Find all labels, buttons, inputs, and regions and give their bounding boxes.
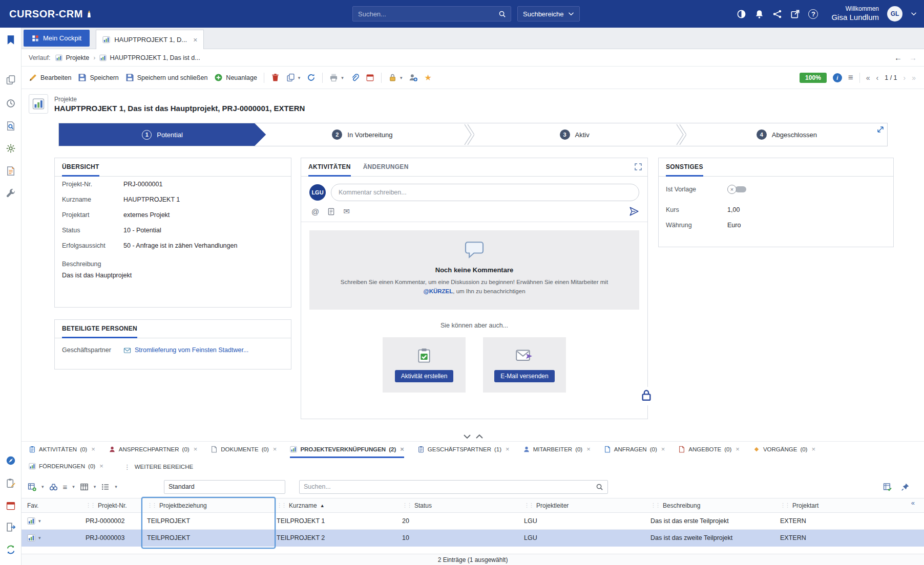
bearbeiten-button[interactable]: Bearbeiten <box>29 73 71 82</box>
tab-mitarbeiter[interactable]: MITARBEITER (0) × <box>523 442 591 458</box>
tab-geschaeftspartner[interactable]: GESCHÄFTSPARTNER (1) × <box>417 442 510 458</box>
tab-aenderungen[interactable]: ÄNDERUNGEN <box>363 163 409 177</box>
collapse-columns-icon[interactable]: « <box>911 499 915 507</box>
close-tab-icon[interactable]: × <box>193 36 197 44</box>
global-search-input[interactable] <box>353 10 498 18</box>
lock-button[interactable]: ▾ <box>388 73 403 82</box>
milestone-step-potential[interactable]: 1 Potential <box>59 123 266 146</box>
tab-sonstiges[interactable]: SONSTIGES <box>666 163 703 177</box>
forward-arrow-icon[interactable]: → <box>909 53 917 62</box>
milestone-step-aktiv[interactable]: 3 Aktiv <box>474 123 675 146</box>
collapse-down-icon[interactable] <box>463 432 472 439</box>
pin-icon[interactable] <box>901 483 910 491</box>
close-icon[interactable]: × <box>661 445 665 453</box>
geschaeftspartner-link[interactable]: Stromlieferung vom Feinsten Stadtwer... <box>135 346 248 354</box>
create-activity-card[interactable]: Aktivität erstellen <box>383 337 466 393</box>
favorite-star-icon[interactable]: ★ <box>424 73 431 82</box>
milestone-step-abgeschlossen[interactable]: 4 Abgeschlossen <box>686 123 887 146</box>
new-record-table-icon[interactable] <box>28 483 36 491</box>
tab-vorgaenge[interactable]: VORGÄNGE (0) × <box>753 442 815 458</box>
speichern-button[interactable]: Speichern <box>78 73 118 82</box>
column-header-projektleiter[interactable]: ⋮⋮Projektleiter <box>524 502 650 509</box>
gear-icon[interactable] <box>6 143 16 154</box>
neuanlage-button[interactable]: Neuanlage <box>214 73 257 82</box>
export-door-icon[interactable] <box>6 522 16 532</box>
tab-ansprechpartner[interactable]: ANSPRECHPARTNER (0) × <box>109 442 197 458</box>
tab-hauptprojekt[interactable]: HAUPTPROJEKT 1, D... × <box>96 30 204 49</box>
add-person-icon[interactable] <box>409 73 417 82</box>
wrench-icon[interactable] <box>6 188 16 199</box>
tab-anfragen[interactable]: ANFRAGEN (0) × <box>604 442 665 458</box>
close-icon[interactable]: × <box>811 445 815 453</box>
close-icon[interactable]: × <box>736 445 740 453</box>
grid-search-input[interactable] <box>300 483 596 490</box>
table-row[interactable]: ▾ PRJ-0000002 TEILPROJEKT TEILPROJEKT 1 … <box>22 513 924 530</box>
sync-arrows-icon[interactable] <box>6 545 16 555</box>
menu-icon[interactable]: ≡ <box>848 73 853 83</box>
tab-foerderungen[interactable]: FÖRDERUNGEN (0) × <box>29 458 103 475</box>
close-icon[interactable]: × <box>506 445 510 453</box>
ist-vorlage-toggle[interactable]: × <box>727 185 746 194</box>
avatar[interactable]: GL <box>887 6 902 21</box>
copy-record-button[interactable]: ▾ <box>286 73 301 82</box>
print-button[interactable]: ▾ <box>329 73 344 82</box>
tab-mein-cockpit[interactable]: Mein Cockpit <box>24 30 90 47</box>
row-fav-cell[interactable]: ▾ <box>27 517 86 525</box>
survey-icon[interactable] <box>327 208 335 215</box>
history-clock-icon[interactable] <box>6 98 16 108</box>
tab-aktivitaeten-bottom[interactable]: AKTIVITÄTEN (0) × <box>29 442 95 458</box>
copy-pages-icon[interactable] <box>6 75 16 85</box>
tab-projekteverknuepfungen[interactable]: PROJEKTEVERKNÜPFUNGEN (2) × <box>290 442 404 458</box>
prev-page-icon[interactable]: ‹ <box>876 74 879 82</box>
view-select-input[interactable] <box>164 480 285 494</box>
caret-down-icon[interactable]: ▾ <box>72 484 75 489</box>
table-row-selected[interactable]: ▾ PRJ-0000003 TEILPROJEKT TEILPROJEKT 2 … <box>22 530 924 547</box>
suchbereiche-dropdown[interactable]: Suchbereiche <box>517 6 580 21</box>
last-page-icon[interactable]: » <box>912 74 916 82</box>
list-view-icon[interactable] <box>101 483 110 491</box>
column-header-status[interactable]: ⋮⋮Status <box>402 502 524 509</box>
column-header-kurzname[interactable]: ⋮⋮Kurzname▲ <box>277 502 402 509</box>
first-page-icon[interactable]: « <box>866 74 870 82</box>
tab-angebote[interactable]: ANGEBOTE (0) × <box>678 442 740 458</box>
close-icon[interactable]: × <box>273 445 277 453</box>
help-icon[interactable]: ? <box>808 9 818 19</box>
tab-uebersicht[interactable]: ÜBERSICHT <box>62 163 99 177</box>
paperclip-icon[interactable] <box>350 73 359 82</box>
contrast-icon[interactable] <box>737 9 746 19</box>
binoculars-search-icon[interactable] <box>49 483 58 491</box>
speichern-und-schliessen-button[interactable]: Speichern und schließen <box>125 73 208 82</box>
milestone-step-in-vorbereitung[interactable]: 2 In Vorbereitung <box>262 123 463 146</box>
grid-menu-icon[interactable]: ≡ <box>63 483 68 491</box>
document-search-icon[interactable] <box>6 121 16 131</box>
calendar-icon[interactable] <box>6 501 16 511</box>
column-header-fav[interactable]: Fav. <box>27 502 86 509</box>
caret-down-icon[interactable]: ▾ <box>115 484 117 489</box>
close-icon[interactable]: × <box>194 445 198 453</box>
target-navigator-icon[interactable] <box>6 455 16 466</box>
email-icon[interactable]: ✉ <box>343 207 350 216</box>
refresh-icon[interactable] <box>307 73 316 82</box>
aktivitaet-erstellen-button[interactable]: Aktivität erstellen <box>395 370 454 382</box>
zoom-badge[interactable]: 100% <box>800 73 827 83</box>
expand-panel-icon[interactable] <box>634 163 642 171</box>
caret-down-icon[interactable]: ▾ <box>41 484 44 489</box>
notifications-bell-icon[interactable] <box>754 9 764 19</box>
table-view-icon[interactable] <box>80 483 89 491</box>
row-fav-cell[interactable]: ▾ <box>27 534 86 542</box>
send-comment-icon[interactable] <box>629 206 639 216</box>
comment-input[interactable] <box>331 184 639 201</box>
close-icon[interactable]: × <box>91 445 95 453</box>
delete-trash-icon[interactable] <box>271 73 280 82</box>
caret-down-icon[interactable]: ▾ <box>38 535 41 540</box>
close-icon[interactable]: × <box>400 445 404 453</box>
report-calendar-icon[interactable] <box>366 73 374 82</box>
back-arrow-icon[interactable]: ← <box>894 53 902 62</box>
milestone-collapse-icon[interactable] <box>876 125 885 134</box>
bookmark-icon[interactable] <box>6 35 16 45</box>
email-versenden-button[interactable]: E-Mail versenden <box>494 370 554 382</box>
external-link-icon[interactable] <box>790 9 800 19</box>
close-icon[interactable]: × <box>99 462 103 470</box>
collapse-up-icon[interactable] <box>475 432 485 439</box>
caret-down-icon[interactable]: ▾ <box>94 484 96 489</box>
